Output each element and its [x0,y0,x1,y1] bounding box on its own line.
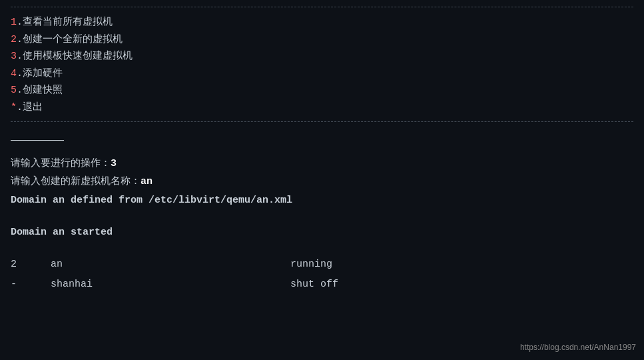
menu-number-1: 1 [11,17,17,28]
menu-text-1: 查看当前所有虚拟机 [23,17,113,28]
table-col2-1: an [51,255,290,275]
menu-item-4: 4.添加硬件 [11,65,633,83]
menu-item-3: 3.使用模板快速创建虚拟机 [11,48,633,65]
prompt1-label: 请输入要进行的操作： [11,158,111,169]
table-col1-2: - [11,275,51,295]
watermark: https://blog.csdn.net/AnNan1997 [520,343,636,352]
table-col2-2: shanhai [51,275,290,295]
underline-area [11,138,633,149]
prompt2-value: an [141,176,153,187]
top-border [11,7,633,7]
prompt-line-1: 请输入要进行的操作：3 [11,155,633,173]
blank-line-1 [11,126,633,138]
menu-number-5: 5 [11,85,17,96]
domain-started-line: Domain an started [11,223,633,243]
prompt2-label: 请输入创建的新虚拟机名称： [11,176,141,187]
menu-dot-1: . [17,17,23,28]
menu-text-5: 创建快照 [23,85,63,96]
underline-short [11,140,64,141]
blank-line-3 [11,243,633,255]
table-row-1: 2 an running [11,255,633,275]
menu-dot-exit: . [17,102,23,113]
table-row-2: - shanhai shut off [11,275,633,295]
table-col3-1: running [290,255,332,275]
menu-number-2: 2 [11,34,17,45]
menu-dot-4: . [17,68,23,79]
menu-star: * [11,102,17,113]
blank-line-2 [11,211,633,223]
prompt1-value: 3 [111,158,117,169]
menu-item-5: 5.创建快照 [11,82,633,99]
menu-section: 1.查看当前所有虚拟机 2.创建一个全新的虚拟机 3.使用模板快速创建虚拟机 4… [11,14,633,116]
menu-number-4: 4 [11,68,17,79]
menu-text-3: 使用模板快速创建虚拟机 [23,51,133,62]
menu-text-2: 创建一个全新的虚拟机 [23,34,123,45]
menu-dot-5: . [17,85,23,96]
menu-item-exit: *.退出 [11,99,633,117]
menu-dot-2: . [17,34,23,45]
table-col3-2: shut off [290,275,338,295]
domain-defined-line: Domain an defined from /etc/libvirt/qemu… [11,191,633,211]
menu-number-3: 3 [11,51,17,62]
menu-item-1: 1.查看当前所有虚拟机 [11,14,633,31]
terminal-window: 1.查看当前所有虚拟机 2.创建一个全新的虚拟机 3.使用模板快速创建虚拟机 4… [0,0,644,360]
prompt-line-2: 请输入创建的新虚拟机名称：an [11,173,633,191]
menu-item-2: 2.创建一个全新的虚拟机 [11,31,633,49]
menu-divider [11,121,633,122]
menu-text-4: 添加硬件 [23,68,63,79]
table-col1-1: 2 [11,255,51,275]
menu-dot-3: . [17,51,23,62]
menu-text-exit: 退出 [23,102,43,113]
